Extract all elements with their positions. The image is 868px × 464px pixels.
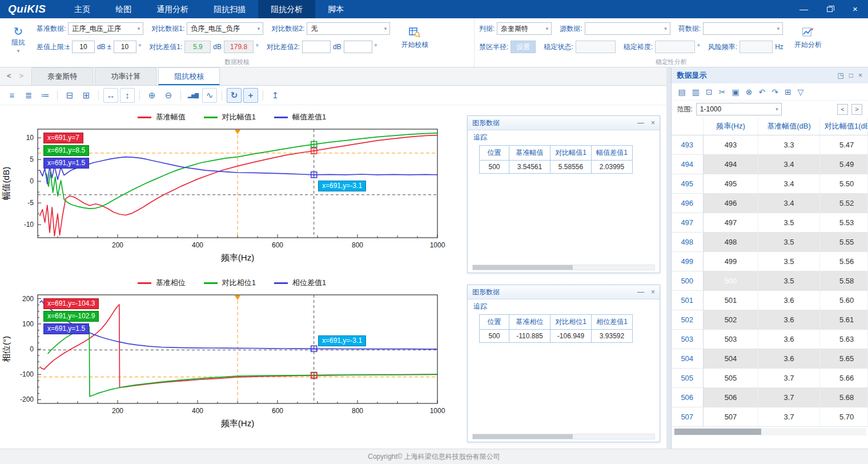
base-amplitude-cell[interactable]: 3.4 xyxy=(758,154,820,174)
delete-icon[interactable]: ⊗ xyxy=(746,87,753,97)
tab-scroll-right-icon[interactable]: > xyxy=(19,71,24,80)
base-data-select[interactable]: 正序_电压_正序▾ xyxy=(68,22,143,35)
horizontal-scrollbar[interactable] xyxy=(472,434,655,439)
frequency-cell[interactable]: 493 xyxy=(704,135,758,154)
filter-icon[interactable]: ▽ xyxy=(798,87,804,97)
compare-amplitude-cell[interactable]: 5.63 xyxy=(820,329,868,349)
margin-input[interactable] xyxy=(655,41,695,53)
base-amplitude-cell[interactable]: 3.6 xyxy=(758,349,820,368)
frequency-cell[interactable]: 506 xyxy=(704,387,758,407)
compare-amplitude-cell[interactable]: 5.55 xyxy=(820,232,868,251)
compare-amplitude-cell[interactable]: 5.56 xyxy=(820,251,868,271)
amplitude-chart[interactable]: 2004006008001000-10-50510频率(Hz)幅值(dB)x=6… xyxy=(0,123,464,267)
pane-grid-icon[interactable]: ⊞ xyxy=(79,88,94,103)
frequency-cell[interactable]: 496 xyxy=(704,193,758,213)
fit-width-icon[interactable]: ↔ xyxy=(103,88,118,103)
base-amplitude-cell[interactable]: 3.4 xyxy=(758,193,820,213)
frequency-cell[interactable]: 497 xyxy=(704,213,758,232)
undo-icon[interactable]: ↶ xyxy=(758,87,765,97)
frequency-cell[interactable]: 507 xyxy=(704,407,758,426)
compare1-select[interactable]: 负序_电压_负序▾ xyxy=(187,22,263,35)
scrollbar-thumb[interactable] xyxy=(473,434,573,439)
frequency-cell[interactable]: 502 xyxy=(704,310,758,329)
paste-icon[interactable]: ▣ xyxy=(732,87,739,97)
frequency-cell[interactable]: 505 xyxy=(704,368,758,387)
zoom-in-icon[interactable]: ⊕ xyxy=(144,88,159,103)
frequency-cell[interactable]: 500 xyxy=(704,271,758,290)
fit-height-icon[interactable]: ↕ xyxy=(120,88,135,103)
frequency-cell[interactable]: 499 xyxy=(704,251,758,271)
phase-chart[interactable]: 2004006008001000-200-1000100200频率(Hz)相位(… xyxy=(0,289,464,433)
compare2-select[interactable]: 无▾ xyxy=(307,22,390,35)
base-amplitude-cell[interactable]: 3.5 xyxy=(758,232,820,251)
save-page-icon[interactable]: ▥ xyxy=(692,87,700,97)
compare-amplitude-cell[interactable]: 5.49 xyxy=(820,154,868,174)
line-chart-icon[interactable]: ∿ xyxy=(202,88,217,103)
compare-amplitude-cell[interactable]: 5.65 xyxy=(820,349,868,368)
source-data-select[interactable]: ▾ xyxy=(585,22,670,35)
frequency-cell[interactable]: 501 xyxy=(704,290,758,310)
tab-scroll-left-icon[interactable]: < xyxy=(7,71,11,80)
crosshair-icon[interactable]: + xyxy=(243,88,258,103)
base-amplitude-cell[interactable]: 3.7 xyxy=(758,407,820,426)
float-icon[interactable]: ◳ xyxy=(837,71,843,79)
menu-item-2[interactable]: 通用分析 xyxy=(144,0,201,18)
base-amplitude-cell[interactable]: 3.5 xyxy=(758,271,820,290)
scrollbar-thumb[interactable] xyxy=(674,429,761,435)
copy-icon[interactable]: ⊡ xyxy=(706,87,713,97)
impedance-button[interactable]: ↻ 阻抗 ▾ xyxy=(5,22,32,57)
base-amplitude-cell[interactable]: 3.3 xyxy=(758,135,820,154)
frequency-cell[interactable]: 495 xyxy=(704,174,758,193)
base-amplitude-cell[interactable]: 3.4 xyxy=(758,174,820,193)
minimize-icon[interactable]: — xyxy=(637,288,644,296)
start-analysis-button[interactable]: 开始分析 xyxy=(789,22,827,55)
compare-diff2-deg-input[interactable] xyxy=(344,41,372,53)
arrange-list-icon[interactable]: ≔ xyxy=(38,88,53,103)
menu-item-0[interactable]: 主页 xyxy=(62,0,103,18)
criterion-select[interactable]: 奈奎斯特▾ xyxy=(497,22,552,35)
base-amplitude-cell[interactable]: 3.7 xyxy=(758,368,820,387)
compare-amplitude-cell[interactable]: 5.61 xyxy=(820,310,868,329)
frequency-cell[interactable]: 498 xyxy=(704,232,758,251)
cut-icon[interactable]: ✂ xyxy=(719,87,726,97)
refresh-icon[interactable]: ↻ xyxy=(227,88,242,103)
close-icon[interactable]: × xyxy=(651,288,655,296)
close-icon[interactable]: × xyxy=(651,119,655,127)
base-amplitude-cell[interactable]: 3.6 xyxy=(758,310,820,329)
document-tab-0[interactable]: 奈奎斯特 xyxy=(31,67,93,85)
scrollbar-thumb[interactable] xyxy=(473,265,573,270)
compare-amplitude-cell[interactable]: 5.58 xyxy=(820,271,868,290)
close-button[interactable]: × xyxy=(842,0,868,18)
base-amplitude-cell[interactable]: 3.5 xyxy=(758,251,820,271)
load-data-select[interactable]: ▾ xyxy=(703,22,783,35)
export-chart-icon[interactable]: ↥ xyxy=(268,88,283,103)
compare-amplitude-cell[interactable]: 5.68 xyxy=(820,387,868,407)
export-table-icon[interactable]: ⊞ xyxy=(785,87,791,97)
pane-border-icon[interactable]: ⊟ xyxy=(62,88,77,103)
menu-item-5[interactable]: 脚本 xyxy=(315,0,356,18)
panel-splitter[interactable] xyxy=(666,67,671,449)
redo-icon[interactable]: ↷ xyxy=(771,87,778,97)
tab-track[interactable]: 追踪 xyxy=(468,130,660,143)
maximize-icon[interactable]: □ xyxy=(849,71,853,79)
compare-amplitude-cell[interactable]: 5.60 xyxy=(820,290,868,310)
base-amplitude-cell[interactable]: 3.7 xyxy=(758,387,820,407)
risk-frequency-input[interactable] xyxy=(740,41,773,53)
zoom-out-icon[interactable]: ⊖ xyxy=(161,88,176,103)
menu-item-4[interactable]: 阻抗分析 xyxy=(258,0,315,18)
frequency-cell[interactable]: 494 xyxy=(704,154,758,174)
minimize-button[interactable]: — xyxy=(791,0,817,18)
range-next-button[interactable]: > xyxy=(851,104,862,115)
minimize-icon[interactable]: — xyxy=(637,119,644,127)
frequency-cell[interactable]: 503 xyxy=(704,329,758,349)
menu-item-3[interactable]: 阻抗扫描 xyxy=(201,0,258,18)
bar-chart-icon[interactable]: ▂▅▇ xyxy=(186,88,200,103)
start-check-button[interactable]: 开始校核 xyxy=(396,22,433,55)
arrange-rows-icon[interactable]: ≡ xyxy=(5,88,19,103)
document-tab-1[interactable]: 功率计算 xyxy=(95,67,156,85)
base-amplitude-cell[interactable]: 3.6 xyxy=(758,290,820,310)
compare-amplitude-cell[interactable]: 5.50 xyxy=(820,174,868,193)
diff-limit-deg-input[interactable] xyxy=(114,41,136,53)
compare-amplitude-cell[interactable]: 5.52 xyxy=(820,193,868,213)
menu-item-1[interactable]: 绘图 xyxy=(103,0,144,18)
